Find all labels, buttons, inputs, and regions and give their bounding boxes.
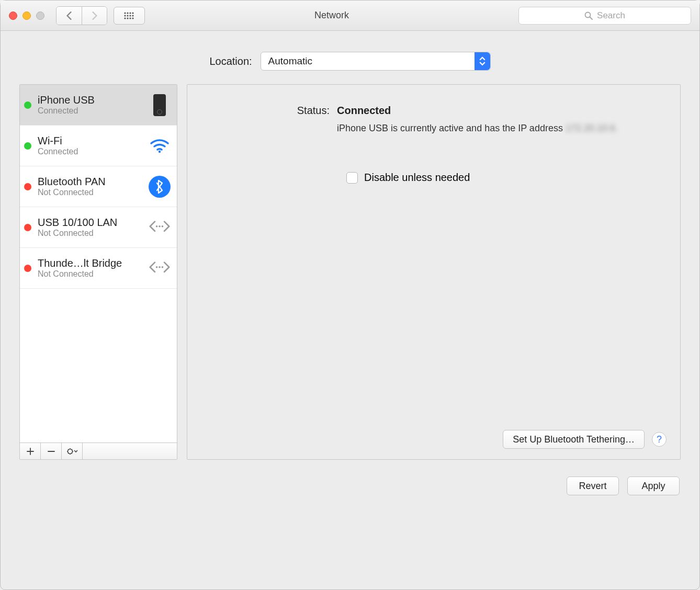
- disable-unless-needed-row: Disable unless needed: [346, 172, 667, 184]
- wifi-icon: [149, 137, 170, 155]
- status-desc-text: iPhone USB is currently active and has t…: [337, 123, 566, 133]
- service-item-thunde-lt-bridge[interactable]: Thunde…lt BridgeNot Connected: [20, 248, 177, 289]
- svg-point-9: [127, 17, 128, 19]
- window-footer: Revert Apply: [1, 460, 699, 495]
- svg-point-11: [132, 17, 133, 19]
- forward-button[interactable]: [82, 7, 107, 25]
- svg-point-10: [129, 17, 131, 19]
- back-button[interactable]: [57, 7, 82, 25]
- titlebar: Network Search: [1, 1, 699, 31]
- phone-icon: [153, 94, 166, 116]
- status-description: iPhone USB is currently active and has t…: [337, 122, 667, 135]
- status-dot-icon: [24, 224, 31, 231]
- show-all-button[interactable]: [114, 7, 145, 25]
- apply-button[interactable]: Apply: [627, 476, 680, 495]
- service-status: Not Connected: [38, 229, 144, 238]
- zoom-icon: [36, 12, 44, 20]
- status-dot-icon: [24, 101, 31, 109]
- action-menu-button[interactable]: [62, 443, 83, 459]
- service-name: Bluetooth PAN: [38, 176, 144, 188]
- location-label: Location:: [209, 55, 252, 67]
- sidebar-toolbar: [20, 442, 177, 459]
- status-dot-icon: [24, 183, 31, 190]
- svg-point-7: [132, 15, 133, 16]
- help-button[interactable]: ?: [652, 432, 667, 447]
- services-list: iPhone USBConnectedWi-FiConnectedBluetoo…: [20, 85, 177, 442]
- lan-icon: [149, 260, 170, 276]
- service-detail-panel: Status: Connected iPhone USB is currentl…: [187, 84, 681, 460]
- svg-point-8: [124, 17, 126, 19]
- remove-service-button[interactable]: [41, 443, 62, 459]
- service-item-bluetooth-pan[interactable]: Bluetooth PANNot Connected: [20, 166, 177, 207]
- location-popup[interactable]: Automatic: [261, 52, 491, 71]
- window-title: Network: [151, 10, 512, 21]
- svg-point-19: [159, 266, 161, 268]
- service-name: Wi-Fi: [38, 135, 144, 147]
- location-row: Location: Automatic: [1, 31, 699, 84]
- svg-point-16: [159, 225, 161, 228]
- bluetooth-icon: [149, 176, 171, 198]
- service-name: USB 10/100 LAN: [38, 217, 144, 229]
- service-name: Thunde…lt Bridge: [38, 257, 144, 269]
- setup-tethering-button[interactable]: Set Up Bluetooth Tethering…: [503, 430, 645, 449]
- disable-unless-needed-label: Disable unless needed: [364, 172, 470, 184]
- svg-point-17: [162, 225, 164, 228]
- services-sidebar: iPhone USBConnectedWi-FiConnectedBluetoo…: [19, 84, 177, 460]
- status-value: Connected: [337, 105, 667, 117]
- svg-point-15: [156, 225, 158, 228]
- status-dot-icon: [24, 142, 31, 150]
- disable-unless-needed-checkbox[interactable]: [346, 172, 358, 184]
- lan-icon: [149, 220, 170, 235]
- status-dot-icon: [24, 265, 31, 272]
- svg-point-14: [159, 150, 161, 152]
- svg-point-5: [127, 15, 128, 16]
- minimize-icon[interactable]: [22, 12, 31, 20]
- add-service-button[interactable]: [20, 443, 41, 459]
- service-item-iphone-usb[interactable]: iPhone USBConnected: [20, 85, 177, 126]
- location-value: Automatic: [268, 55, 312, 67]
- svg-point-0: [124, 12, 126, 14]
- service-name: iPhone USB: [38, 94, 144, 106]
- svg-point-18: [156, 266, 158, 268]
- svg-point-3: [132, 12, 133, 14]
- service-item-usb-10-100-lan[interactable]: USB 10/100 LANNot Connected: [20, 207, 177, 248]
- service-status: Connected: [38, 106, 144, 116]
- search-input[interactable]: Search: [518, 7, 691, 25]
- service-status: Connected: [38, 147, 144, 156]
- service-status: Not Connected: [38, 269, 144, 279]
- svg-point-20: [162, 266, 164, 268]
- search-placeholder: Search: [597, 10, 625, 21]
- svg-line-13: [590, 17, 593, 19]
- search-icon: [584, 12, 593, 20]
- traffic-lights: [9, 12, 44, 20]
- svg-point-2: [129, 12, 131, 14]
- close-icon[interactable]: [9, 12, 17, 20]
- svg-point-1: [127, 12, 128, 14]
- service-item-wi-fi[interactable]: Wi-FiConnected: [20, 126, 177, 166]
- svg-point-6: [129, 15, 131, 16]
- ip-address: 172.20.10.6.: [566, 123, 618, 133]
- status-label: Status:: [201, 105, 337, 117]
- service-status: Not Connected: [38, 188, 144, 197]
- nav-segment: [56, 6, 107, 25]
- revert-button[interactable]: Revert: [567, 476, 619, 495]
- svg-point-4: [124, 15, 126, 16]
- network-preferences-window: Network Search Location: Automatic iPhon…: [0, 0, 700, 590]
- popup-arrows-icon: [475, 52, 490, 70]
